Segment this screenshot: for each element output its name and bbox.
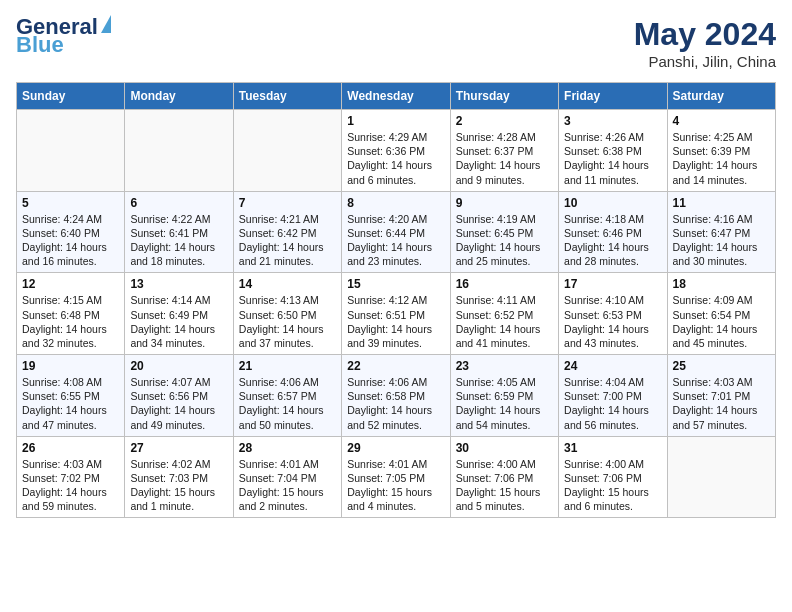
logo-blue-text: Blue [16,34,64,56]
day-number: 28 [239,441,336,455]
weekday-header-saturday: Saturday [667,83,775,110]
day-detail: Sunrise: 4:02 AM Sunset: 7:03 PM Dayligh… [130,457,227,514]
day-detail: Sunrise: 4:03 AM Sunset: 7:02 PM Dayligh… [22,457,119,514]
day-detail: Sunrise: 4:21 AM Sunset: 6:42 PM Dayligh… [239,212,336,269]
weekday-header-sunday: Sunday [17,83,125,110]
logo: General Blue [16,16,111,56]
calendar-cell: 7Sunrise: 4:21 AM Sunset: 6:42 PM Daylig… [233,191,341,273]
calendar-cell: 29Sunrise: 4:01 AM Sunset: 7:05 PM Dayli… [342,436,450,518]
calendar-cell: 13Sunrise: 4:14 AM Sunset: 6:49 PM Dayli… [125,273,233,355]
day-number: 25 [673,359,770,373]
weekday-header-friday: Friday [559,83,667,110]
calendar-week-row: 12Sunrise: 4:15 AM Sunset: 6:48 PM Dayli… [17,273,776,355]
day-detail: Sunrise: 4:14 AM Sunset: 6:49 PM Dayligh… [130,293,227,350]
day-number: 24 [564,359,661,373]
calendar-cell: 5Sunrise: 4:24 AM Sunset: 6:40 PM Daylig… [17,191,125,273]
month-title: May 2024 [634,16,776,53]
calendar-cell: 14Sunrise: 4:13 AM Sunset: 6:50 PM Dayli… [233,273,341,355]
calendar-cell: 22Sunrise: 4:06 AM Sunset: 6:58 PM Dayli… [342,355,450,437]
calendar-cell: 8Sunrise: 4:20 AM Sunset: 6:44 PM Daylig… [342,191,450,273]
day-detail: Sunrise: 4:29 AM Sunset: 6:36 PM Dayligh… [347,130,444,187]
location: Panshi, Jilin, China [634,53,776,70]
day-detail: Sunrise: 4:11 AM Sunset: 6:52 PM Dayligh… [456,293,553,350]
calendar-cell: 28Sunrise: 4:01 AM Sunset: 7:04 PM Dayli… [233,436,341,518]
calendar-cell: 2Sunrise: 4:28 AM Sunset: 6:37 PM Daylig… [450,110,558,192]
day-number: 14 [239,277,336,291]
day-detail: Sunrise: 4:05 AM Sunset: 6:59 PM Dayligh… [456,375,553,432]
day-detail: Sunrise: 4:00 AM Sunset: 7:06 PM Dayligh… [564,457,661,514]
day-number: 13 [130,277,227,291]
day-detail: Sunrise: 4:06 AM Sunset: 6:57 PM Dayligh… [239,375,336,432]
calendar-cell: 9Sunrise: 4:19 AM Sunset: 6:45 PM Daylig… [450,191,558,273]
day-detail: Sunrise: 4:20 AM Sunset: 6:44 PM Dayligh… [347,212,444,269]
calendar-cell: 24Sunrise: 4:04 AM Sunset: 7:00 PM Dayli… [559,355,667,437]
page-header: General Blue May 2024 Panshi, Jilin, Chi… [16,16,776,70]
day-detail: Sunrise: 4:28 AM Sunset: 6:37 PM Dayligh… [456,130,553,187]
calendar-cell [667,436,775,518]
calendar-cell: 31Sunrise: 4:00 AM Sunset: 7:06 PM Dayli… [559,436,667,518]
day-number: 3 [564,114,661,128]
day-detail: Sunrise: 4:19 AM Sunset: 6:45 PM Dayligh… [456,212,553,269]
title-block: May 2024 Panshi, Jilin, China [634,16,776,70]
calendar-cell: 16Sunrise: 4:11 AM Sunset: 6:52 PM Dayli… [450,273,558,355]
calendar-cell: 4Sunrise: 4:25 AM Sunset: 6:39 PM Daylig… [667,110,775,192]
day-detail: Sunrise: 4:03 AM Sunset: 7:01 PM Dayligh… [673,375,770,432]
day-number: 16 [456,277,553,291]
day-detail: Sunrise: 4:18 AM Sunset: 6:46 PM Dayligh… [564,212,661,269]
calendar-week-row: 5Sunrise: 4:24 AM Sunset: 6:40 PM Daylig… [17,191,776,273]
weekday-header-row: SundayMondayTuesdayWednesdayThursdayFrid… [17,83,776,110]
calendar-cell: 30Sunrise: 4:00 AM Sunset: 7:06 PM Dayli… [450,436,558,518]
day-detail: Sunrise: 4:07 AM Sunset: 6:56 PM Dayligh… [130,375,227,432]
day-detail: Sunrise: 4:24 AM Sunset: 6:40 PM Dayligh… [22,212,119,269]
day-detail: Sunrise: 4:06 AM Sunset: 6:58 PM Dayligh… [347,375,444,432]
calendar-cell [125,110,233,192]
day-number: 30 [456,441,553,455]
day-detail: Sunrise: 4:16 AM Sunset: 6:47 PM Dayligh… [673,212,770,269]
calendar-cell: 3Sunrise: 4:26 AM Sunset: 6:38 PM Daylig… [559,110,667,192]
calendar-cell: 23Sunrise: 4:05 AM Sunset: 6:59 PM Dayli… [450,355,558,437]
day-detail: Sunrise: 4:09 AM Sunset: 6:54 PM Dayligh… [673,293,770,350]
calendar-cell: 20Sunrise: 4:07 AM Sunset: 6:56 PM Dayli… [125,355,233,437]
calendar-cell: 12Sunrise: 4:15 AM Sunset: 6:48 PM Dayli… [17,273,125,355]
day-number: 11 [673,196,770,210]
day-number: 27 [130,441,227,455]
day-number: 17 [564,277,661,291]
day-number: 12 [22,277,119,291]
day-number: 7 [239,196,336,210]
day-detail: Sunrise: 4:13 AM Sunset: 6:50 PM Dayligh… [239,293,336,350]
day-number: 21 [239,359,336,373]
day-number: 23 [456,359,553,373]
calendar-cell: 27Sunrise: 4:02 AM Sunset: 7:03 PM Dayli… [125,436,233,518]
day-detail: Sunrise: 4:15 AM Sunset: 6:48 PM Dayligh… [22,293,119,350]
logo-triangle-icon [101,15,111,33]
day-number: 26 [22,441,119,455]
calendar-cell: 18Sunrise: 4:09 AM Sunset: 6:54 PM Dayli… [667,273,775,355]
day-number: 6 [130,196,227,210]
day-detail: Sunrise: 4:12 AM Sunset: 6:51 PM Dayligh… [347,293,444,350]
day-number: 8 [347,196,444,210]
day-number: 15 [347,277,444,291]
calendar-cell [233,110,341,192]
day-number: 29 [347,441,444,455]
weekday-header-tuesday: Tuesday [233,83,341,110]
day-detail: Sunrise: 4:26 AM Sunset: 6:38 PM Dayligh… [564,130,661,187]
calendar-cell: 26Sunrise: 4:03 AM Sunset: 7:02 PM Dayli… [17,436,125,518]
calendar-cell: 6Sunrise: 4:22 AM Sunset: 6:41 PM Daylig… [125,191,233,273]
calendar-week-row: 1Sunrise: 4:29 AM Sunset: 6:36 PM Daylig… [17,110,776,192]
day-number: 9 [456,196,553,210]
weekday-header-wednesday: Wednesday [342,83,450,110]
calendar-cell: 25Sunrise: 4:03 AM Sunset: 7:01 PM Dayli… [667,355,775,437]
calendar-cell: 1Sunrise: 4:29 AM Sunset: 6:36 PM Daylig… [342,110,450,192]
calendar-cell: 19Sunrise: 4:08 AM Sunset: 6:55 PM Dayli… [17,355,125,437]
day-number: 10 [564,196,661,210]
weekday-header-thursday: Thursday [450,83,558,110]
day-number: 4 [673,114,770,128]
calendar-cell: 17Sunrise: 4:10 AM Sunset: 6:53 PM Dayli… [559,273,667,355]
calendar-cell: 21Sunrise: 4:06 AM Sunset: 6:57 PM Dayli… [233,355,341,437]
calendar-week-row: 26Sunrise: 4:03 AM Sunset: 7:02 PM Dayli… [17,436,776,518]
day-number: 18 [673,277,770,291]
calendar-cell [17,110,125,192]
day-detail: Sunrise: 4:25 AM Sunset: 6:39 PM Dayligh… [673,130,770,187]
calendar-week-row: 19Sunrise: 4:08 AM Sunset: 6:55 PM Dayli… [17,355,776,437]
weekday-header-monday: Monday [125,83,233,110]
